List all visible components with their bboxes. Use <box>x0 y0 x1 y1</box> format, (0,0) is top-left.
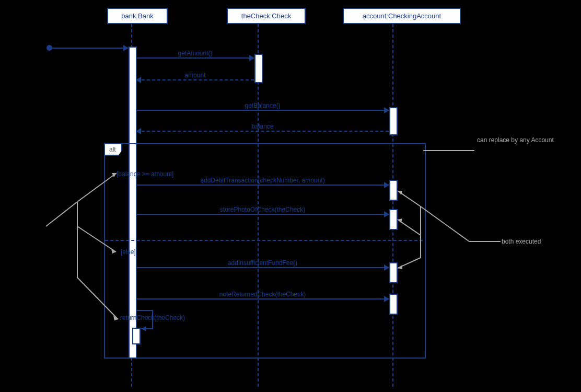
activation-account-1 <box>389 107 398 135</box>
msg-amount-return-label: amount <box>184 72 205 79</box>
msg-getamount-label: getAmount() <box>178 50 212 57</box>
msg-getbalance-label: getBalance() <box>245 102 280 109</box>
alt-tag: alt <box>104 143 122 156</box>
lifeline-check-label: theCheck:Check <box>241 12 291 20</box>
msg-amount-return: amount <box>136 79 254 80</box>
sequence-diagram: bank:Bank theCheck:Check account:Checkin… <box>0 0 581 392</box>
note2-text: both executed <box>502 238 541 245</box>
msg-adddebit: addDebitTransaction(checkNumber, amount) <box>136 185 389 185</box>
svg-marker-1 <box>398 191 402 195</box>
svg-marker-3 <box>398 265 402 269</box>
msg-adddebit-label: addDebitTransaction(checkNumber, amount) <box>200 177 324 184</box>
guard-if-label: [balance >= amount] <box>117 170 173 178</box>
msg-addfee-label: addInsufficientFundFee() <box>228 259 297 267</box>
note2-pointer <box>397 191 502 280</box>
alt-divider <box>105 240 423 241</box>
msg-addfee: addInsufficientFundFee() <box>136 267 389 268</box>
lifeline-head-account: account:CheckingAccount <box>343 8 461 24</box>
guard-else-label: [else] <box>121 248 136 256</box>
note1-line <box>423 150 474 151</box>
activation-check <box>254 54 263 83</box>
msg-storephoto-label: storePhotoOfCheck(theCheck) <box>220 206 305 213</box>
guard-else: [else] <box>121 248 136 256</box>
lifeline-head-bank: bank:Bank <box>107 8 168 24</box>
lifeline-bank-label: bank:Bank <box>121 12 153 20</box>
lifeline-head-check: theCheck:Check <box>227 8 306 24</box>
found-message <box>50 48 128 48</box>
note3-pointer <box>46 173 119 327</box>
note1-text: can replace by any Account <box>477 136 566 145</box>
msg-getamount: getAmount() <box>136 57 254 58</box>
msg-notereturn: noteReturnedCheck(theCheck) <box>136 298 389 299</box>
alt-tag-label: alt <box>109 146 116 153</box>
lifeline-account-label: account:CheckingAccount <box>363 12 441 20</box>
msg-storephoto: storePhotoOfCheck(theCheck) <box>136 214 389 214</box>
msg-balance-return-label: balance <box>251 123 273 130</box>
svg-marker-0 <box>141 326 146 331</box>
msg-getbalance: getBalance() <box>136 110 389 110</box>
msg-notereturn-label: noteReturnedCheck(theCheck) <box>219 291 306 298</box>
self-msg-path <box>135 310 161 332</box>
msg-balance-return: balance <box>136 131 389 131</box>
guard-if: [balance >= amount] <box>117 170 173 178</box>
